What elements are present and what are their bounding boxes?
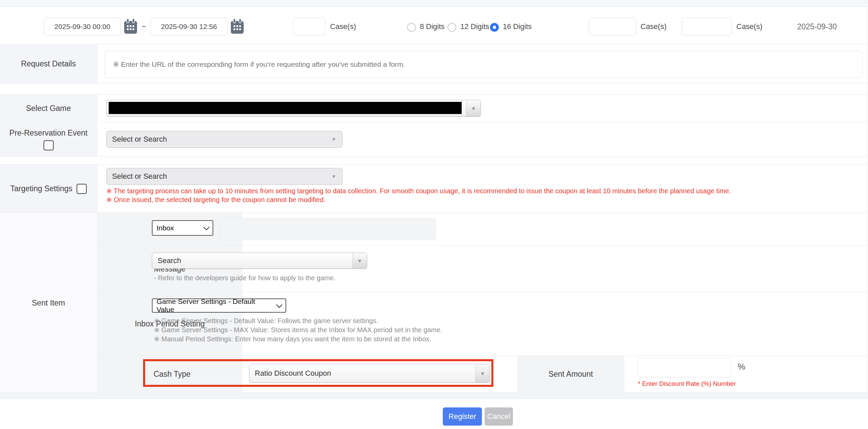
section-bottom-band <box>0 393 868 399</box>
inbox-period-value: Game Server Settings - Default Value <box>157 297 272 314</box>
inbox-period-hint-1: ※ Game Server Settings - Default Value: … <box>154 317 378 325</box>
inbox-period-select[interactable]: Game Server Settings - Default Value <box>152 298 286 313</box>
radio-16-digits-label[interactable]: 16 Digits <box>503 22 532 31</box>
sent-amount-label-cell: Sent Amount <box>517 355 624 393</box>
percent-unit: % <box>738 362 745 372</box>
chevron-down-icon <box>203 224 209 230</box>
start-datetime-input[interactable] <box>44 18 121 36</box>
pre-reservation-checkbox[interactable] <box>44 140 54 150</box>
quantity-input[interactable] <box>293 18 325 36</box>
sent-item-section: Sent Item Send Type Inbox Message Search… <box>0 212 868 393</box>
sent-item-label-text: Sent Item <box>32 298 65 308</box>
sent-item-label-cell: Sent Item <box>0 213 97 393</box>
send-type-select[interactable]: Inbox <box>152 220 213 236</box>
chevron-down-icon: ▼ <box>466 100 481 116</box>
message-dropdown-value: Search <box>152 256 181 265</box>
request-details-row: Request Details <box>0 45 868 83</box>
cases-unit-label: Case(s) <box>736 22 762 31</box>
cash-type-label: Cash Type <box>154 355 191 393</box>
cases-unit-label: Case(s) <box>330 22 356 31</box>
end-datetime-input[interactable] <box>151 18 227 36</box>
quantity-input[interactable] <box>589 18 636 36</box>
targeting-dropdown-value: Select or Search <box>107 172 167 181</box>
targeting-label: Targeting Settings <box>0 165 97 213</box>
inbox-period-hint-3: ※ Manual Period Settings: Enter how many… <box>154 335 431 343</box>
select-game-row: Select Game ▼ <box>0 94 868 122</box>
targeting-warning-1: ※ The targeting process can take up to 1… <box>106 187 859 195</box>
pre-reservation-dropdown-value: Select or Search <box>107 135 167 144</box>
sent-amount-input[interactable] <box>638 358 731 377</box>
radio-12-digits-label[interactable]: 12 Digits <box>460 22 489 31</box>
chevron-down-icon: ▼ <box>352 253 367 268</box>
radio-12-digits[interactable] <box>447 23 456 32</box>
send-type-disabled-input <box>220 218 436 240</box>
chevron-down-icon: ▼ <box>331 174 342 179</box>
chevron-down-icon: ▼ <box>475 364 490 382</box>
quantity-input[interactable] <box>682 18 732 36</box>
cancel-button[interactable]: Cancel <box>485 407 513 426</box>
pre-reservation-label-text: Pre-Reservation Event <box>9 128 87 138</box>
pre-reservation-row: Pre-Reservation Event Select or Search ▼ <box>0 122 868 157</box>
radio-8-digits[interactable] <box>407 23 416 32</box>
targeting-warning-2: ※ Once issued, the selected targeting fo… <box>106 196 859 204</box>
chevron-down-icon <box>276 302 282 308</box>
targeting-label-text: Targeting Settings <box>10 184 72 193</box>
message-hint: - Refer to the developers guide for how … <box>154 274 335 282</box>
inbox-period-hint-2: ※ Game Server Settings - MAX Value: Stor… <box>154 326 442 334</box>
sent-amount-label-text: Sent Amount <box>548 370 593 379</box>
radio-8-digits-label[interactable]: 8 Digits <box>420 22 444 31</box>
request-details-label: Request Details <box>0 45 97 83</box>
pre-reservation-label: Pre-Reservation Event <box>0 122 97 156</box>
targeting-row: Targeting Settings Select or Search ▼ ※ … <box>0 164 868 212</box>
radio-16-digits[interactable] <box>490 23 499 32</box>
sent-amount-note: * Enter Discount Rate (%) Number <box>638 380 736 388</box>
date-range-separator: ~ <box>142 22 146 31</box>
cash-type-dropdown-value: Ratio Discount Coupon <box>249 369 331 378</box>
message-dropdown[interactable]: Search ▼ <box>152 253 367 269</box>
cash-type-dropdown[interactable]: Ratio Discount Coupon ▼ <box>249 364 490 383</box>
calendar-icon[interactable] <box>230 18 244 34</box>
calendar-icon[interactable] <box>124 18 138 34</box>
send-type-value: Inbox <box>157 224 174 232</box>
request-details-input[interactable] <box>105 51 863 78</box>
chevron-down-icon: ▼ <box>331 137 342 142</box>
request-details-label-text: Request Details <box>21 59 76 68</box>
select-game-label: Select Game <box>0 94 97 122</box>
register-button[interactable]: Register <box>443 407 482 426</box>
targeting-dropdown[interactable]: Select or Search ▼ <box>106 168 343 185</box>
redaction-bar <box>109 102 462 114</box>
top-partial-strip <box>0 0 868 7</box>
cases-unit-label: Case(s) <box>641 22 667 31</box>
coupon-request-form: ~ Case(s) 8 Digits 12 Digits 16 Digits C… <box>0 0 868 429</box>
divider <box>97 355 868 356</box>
current-date: 2025-09-30 <box>797 22 837 31</box>
select-game-label-text: Select Game <box>26 104 71 113</box>
schedule-row: ~ Case(s) 8 Digits 12 Digits 16 Digits C… <box>0 7 868 44</box>
cash-type-label-text: Cash Type <box>154 370 191 379</box>
pre-reservation-dropdown[interactable]: Select or Search ▼ <box>106 131 343 148</box>
targeting-checkbox[interactable] <box>77 184 87 194</box>
